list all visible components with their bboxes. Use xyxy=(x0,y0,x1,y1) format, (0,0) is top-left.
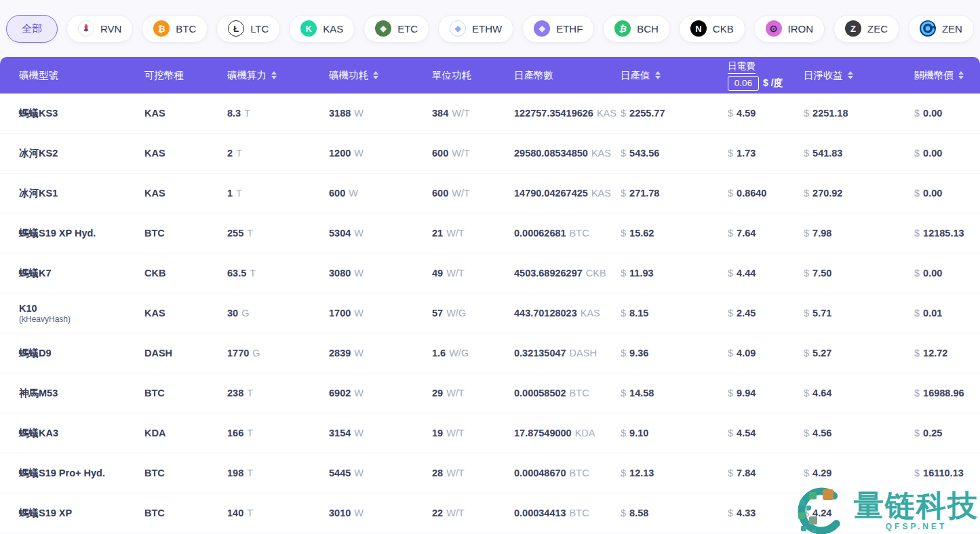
iron-icon: ⊙ xyxy=(766,20,782,37)
filter-chip-all[interactable]: 全部 xyxy=(6,15,58,43)
cell-electricity-cost: $ 4.33 xyxy=(728,508,804,518)
cell-unit-power: 22 W/T xyxy=(432,508,514,518)
sort-icon xyxy=(373,71,378,79)
cell-daily-value: $ 11.93 xyxy=(621,268,728,279)
col-daily-value-label: 日產值 xyxy=(621,69,650,82)
col-coin: 可挖幣種 xyxy=(144,69,227,82)
cell-model: 螞蟻S19 XP xyxy=(0,507,144,520)
col-electricity: 日電費 $ /度 xyxy=(728,60,804,91)
filter-chip-btc[interactable]: ₿ BTC xyxy=(142,15,208,43)
cell-power: 3154 W xyxy=(329,428,432,438)
col-hashrate[interactable]: 礦機算力 xyxy=(227,69,329,82)
cell-hashrate: 1770 G xyxy=(227,348,329,358)
filter-chip-zen[interactable]: ZEN xyxy=(908,15,974,43)
cell-power: 600 W xyxy=(329,188,432,199)
ltc-icon: Ł xyxy=(228,20,244,37)
cell-coin: DASH xyxy=(144,348,227,358)
cell-unit-power: 384 W/T xyxy=(432,108,514,119)
cell-hashrate: 30 G xyxy=(227,308,329,319)
cell-daily-coins: 4503.68926297 CKB xyxy=(514,268,621,279)
table-row: K10 (kHeavyHash) KAS 30 G 1700 W 57 W/G … xyxy=(0,293,980,333)
cell-shutdown-price: $ 0.00 xyxy=(914,268,980,279)
ethf-icon: ◆ xyxy=(534,20,550,37)
filter-chip-kas[interactable]: K KAS xyxy=(289,15,355,43)
filter-chip-label: BCH xyxy=(637,23,659,35)
cell-model: K10 (kHeavyHash) xyxy=(0,303,144,324)
miner-model: 螞蟻KA3 xyxy=(19,427,58,440)
cell-model: 螞蟻S19 XP Hyd. xyxy=(0,227,144,240)
coin-name: CKB xyxy=(144,268,165,279)
col-net-profit-label: 日淨收益 xyxy=(804,69,843,82)
cell-shutdown-price: $ 16110.13 xyxy=(914,468,980,478)
cell-model: 冰河KS2 xyxy=(0,147,144,160)
coin-name: KAS xyxy=(144,148,165,159)
filter-chip-rvn[interactable]: RVN xyxy=(66,15,133,43)
cell-coin: BTC xyxy=(144,508,227,518)
table-row: 螞蟻S19 XP Hyd. BTC 255 T 5304 W 21 W/T 0.… xyxy=(0,213,980,253)
miner-model: 螞蟻S19 XP Hyd. xyxy=(19,227,96,240)
cell-unit-power: 19 W/T xyxy=(432,428,514,438)
filter-chip-bch[interactable]: ₿ BCH xyxy=(603,15,670,43)
cell-model: 神馬M53 xyxy=(0,387,144,400)
cell-daily-value: $ 9.10 xyxy=(621,428,728,438)
cell-power: 6902 W xyxy=(329,388,432,398)
col-hashrate-label: 礦機算力 xyxy=(227,69,267,82)
col-daily-value[interactable]: 日產值 xyxy=(621,69,728,82)
cell-coin: KAS xyxy=(144,108,227,119)
cell-unit-power: 28 W/T xyxy=(432,468,514,478)
filter-chip-label: BTC xyxy=(176,23,196,35)
filter-chip-zec[interactable]: Z ZEC xyxy=(834,15,899,43)
col-power[interactable]: 礦機功耗 xyxy=(329,69,432,82)
cell-model: 螞蟻D9 xyxy=(0,347,144,360)
col-net-profit[interactable]: 日淨收益 xyxy=(804,69,914,82)
filter-chip-ltc[interactable]: Ł LTC xyxy=(216,15,280,43)
cell-hashrate: 255 T xyxy=(227,228,329,239)
electricity-price-input[interactable] xyxy=(728,76,759,91)
miner-model: 神馬M53 xyxy=(19,387,58,400)
coin-name: BTC xyxy=(144,228,165,239)
cell-daily-coins: 122757.35419626 KAS xyxy=(514,108,621,119)
cell-electricity-cost: $ 7.64 xyxy=(728,228,804,239)
cell-model: 螞蟻S19 Pro+ Hyd. xyxy=(0,467,144,480)
cell-power: 3080 W xyxy=(329,268,432,279)
sort-icon xyxy=(655,71,661,79)
filter-chip-iron[interactable]: ⊙ IRON xyxy=(754,15,825,43)
cell-hashrate: 1 T xyxy=(227,188,329,199)
cell-daily-coins: 14790.04267425 KAS xyxy=(514,188,621,199)
cell-net-profit: $ 5.27 xyxy=(804,348,914,358)
coin-name: KAS xyxy=(144,108,165,119)
col-shutdown-price[interactable]: 關機幣價 xyxy=(914,69,980,82)
table-row: 神馬M53 BTC 238 T 6902 W 29 W/T 0.00058502… xyxy=(0,373,980,413)
bch-icon: ₿ xyxy=(614,20,631,37)
electricity-label: 日電費 xyxy=(728,60,756,74)
cell-electricity-cost: $ 1.73 xyxy=(728,148,804,159)
filter-chip-ethf[interactable]: ◆ ETHF xyxy=(522,15,594,43)
cell-daily-value: $ 8.15 xyxy=(621,308,728,319)
cell-shutdown-price: $ 0.00 xyxy=(914,148,980,159)
table-row: 螞蟻S19 Pro+ Hyd. BTC 198 T 5445 W 28 W/T … xyxy=(0,453,980,493)
table-row: 螞蟻KA3 KDA 166 T 3154 W 19 W/T 17.8754900… xyxy=(0,413,980,453)
sort-icon xyxy=(271,71,277,79)
cell-power: 5304 W xyxy=(329,228,432,239)
cell-unit-power: 21 W/T xyxy=(432,228,514,239)
filter-chip-label: ETHF xyxy=(556,23,583,35)
cell-net-profit: $ 4.24 xyxy=(804,508,914,518)
coin-name: KAS xyxy=(144,188,165,199)
cell-daily-coins: 0.00048670 BTC xyxy=(514,468,621,478)
cell-coin: BTC xyxy=(144,388,227,398)
cell-model: 螞蟻K7 xyxy=(0,267,144,280)
cell-daily-value: $ 2255.77 xyxy=(621,108,728,119)
filter-chip-label: ZEC xyxy=(867,23,888,35)
cell-net-profit: $ 7.50 xyxy=(804,268,914,279)
filter-chip-ckb[interactable]: N CKB xyxy=(679,15,745,43)
filter-chip-ethw[interactable]: ◆ ETHW xyxy=(438,15,513,43)
cell-net-profit: $ 7.98 xyxy=(804,228,914,239)
cell-daily-coins: 443.70128023 KAS xyxy=(514,308,621,319)
cell-electricity-cost: $ 0.8640 xyxy=(728,188,804,199)
filter-chip-etc[interactable]: ◆ ETC xyxy=(364,15,429,43)
cell-daily-value: $ 9.36 xyxy=(621,348,728,358)
electricity-unit-label: $ /度 xyxy=(763,77,783,89)
cell-hashrate: 140 T xyxy=(227,508,329,518)
miner-model: 螞蟻S19 XP xyxy=(19,507,72,520)
cell-electricity-cost: $ 9.94 xyxy=(728,388,804,398)
